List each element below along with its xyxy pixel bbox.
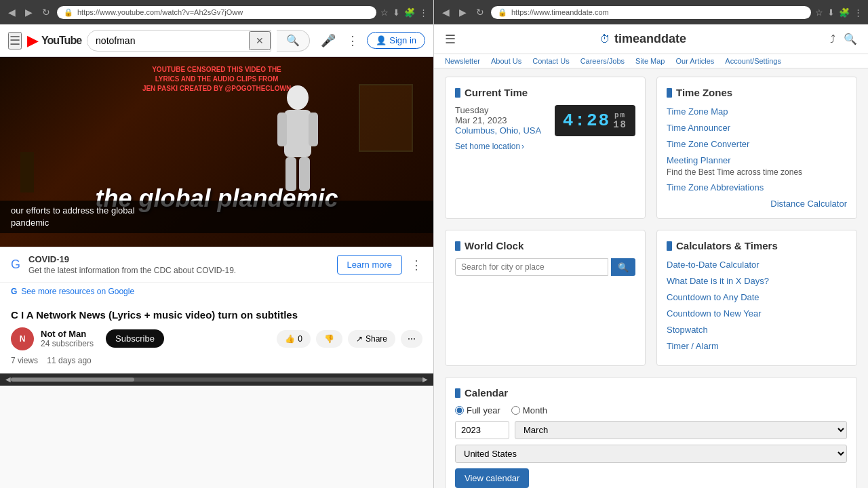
- nav-articles[interactable]: Our Articles: [675, 57, 714, 65]
- video-overlay-text: YOUTUBE CENSORED THIS VIDEO THE LYRICS A…: [142, 65, 291, 94]
- video-subtitle-line2: pandemic: [11, 217, 422, 229]
- nav-about[interactable]: About Us: [491, 57, 521, 65]
- current-time-title: Current Time: [455, 87, 635, 98]
- list-item: Date-to-Date Calculator: [667, 258, 847, 270]
- youtube-mic-button[interactable]: 🎤: [321, 33, 336, 48]
- url-right: https://www.timeanddate.com: [511, 8, 609, 16]
- forward-button-left[interactable]: ▶: [22, 5, 35, 19]
- extensions-icon-right[interactable]: 🧩: [839, 7, 850, 18]
- channel-name[interactable]: Not of Man: [41, 329, 94, 339]
- address-bar-left[interactable]: 🔒 https://www.youtube.com/watch?v=Ah2sGv…: [57, 6, 376, 19]
- stopwatch-link[interactable]: Stopwatch: [667, 325, 708, 335]
- youtube-logo-text: YouTube: [41, 35, 81, 47]
- youtube-header-right: ⋮ 👤 Sign in: [347, 32, 425, 49]
- back-button-right[interactable]: ◀: [439, 5, 452, 19]
- video-player[interactable]: YOUTUBE CENSORED THIS VIDEO THE LYRICS A…: [0, 57, 433, 247]
- search-icon-tad[interactable]: 🔍: [844, 33, 857, 45]
- dislike-button[interactable]: 👎: [316, 330, 342, 348]
- like-button[interactable]: 👍 0: [277, 330, 311, 348]
- horizontal-scrollbar-left[interactable]: [11, 378, 422, 382]
- share-icon-tad[interactable]: ⤴: [830, 33, 835, 45]
- time-zone-map-link[interactable]: Time Zone Map: [667, 106, 728, 117]
- day-name: Tuesday: [455, 105, 541, 115]
- thumbs-up-icon: 👍: [285, 334, 295, 344]
- star-icon[interactable]: ☆: [380, 7, 389, 18]
- countdown-new-year-link[interactable]: Countdown to New Year: [667, 308, 761, 319]
- list-item: Meeting Planner Find the Best Time acros…: [667, 154, 847, 177]
- refresh-button-left[interactable]: ↻: [39, 5, 53, 19]
- current-time-card: Current Time Tuesday Mar 21, 2023 Columb…: [445, 77, 646, 219]
- left-arrow-icon[interactable]: ◀: [5, 375, 11, 383]
- meeting-planner-sub: Find the Best Time across time zones: [667, 167, 847, 177]
- full-year-radio[interactable]: [455, 406, 464, 415]
- month-radio-label[interactable]: Month: [511, 405, 547, 415]
- month-radio[interactable]: [511, 406, 520, 415]
- list-item: Time Zone Map: [667, 105, 847, 117]
- google-resources-link[interactable]: See more resources on Google: [21, 287, 134, 296]
- youtube-header: ☰ ▶ YouTube ✕ 🔍 🎤 ⋮ 👤 Sign in: [0, 24, 433, 57]
- location-link[interactable]: Columbus, Ohio, USA: [455, 125, 541, 136]
- youtube-menu-button[interactable]: ☰: [8, 32, 22, 49]
- menu-icon-left[interactable]: ⋮: [419, 7, 428, 18]
- countdown-any-date-link[interactable]: Countdown to Any Date: [667, 292, 760, 302]
- learn-more-button[interactable]: Learn more: [337, 255, 402, 274]
- svg-rect-3: [309, 113, 318, 146]
- extensions-icon[interactable]: 🧩: [404, 7, 415, 18]
- subscribe-button[interactable]: Subscribe: [106, 329, 164, 348]
- nav-contact[interactable]: Contact Us: [532, 57, 569, 65]
- view-count: 7 views: [11, 356, 38, 365]
- youtube-search-button[interactable]: 🔍: [277, 30, 310, 52]
- time-zone-converter-link[interactable]: Time Zone Converter: [667, 139, 749, 149]
- tad-logo-text: timeanddate: [614, 32, 686, 46]
- channel-info: Not of Man 24 subscribers: [41, 329, 94, 348]
- calendar-card: Calendar Full year Month March: [445, 377, 857, 488]
- nav-account[interactable]: Account/Settings: [725, 57, 781, 65]
- youtube-more-options-button[interactable]: ⋮: [347, 33, 359, 48]
- time-zones-card: Time Zones Time Zone Map Time Announcer …: [656, 77, 857, 219]
- meeting-planner-link[interactable]: Meeting Planner: [667, 155, 731, 165]
- thumbs-down-icon: 👎: [324, 334, 334, 344]
- more-actions-button[interactable]: ⋯: [401, 330, 422, 348]
- time-announcer-link[interactable]: Time Announcer: [667, 123, 730, 133]
- download-icon[interactable]: ⬇: [393, 7, 400, 18]
- nav-sitemap[interactable]: Site Map: [635, 57, 665, 65]
- youtube-search-input[interactable]: [87, 33, 249, 49]
- world-clock-search-button[interactable]: 🔍: [611, 258, 635, 276]
- menu-icon-right[interactable]: ⋮: [854, 7, 863, 18]
- calendar-month-select[interactable]: March: [515, 421, 847, 439]
- share-button[interactable]: ↗ Share: [348, 330, 395, 348]
- star-icon-right[interactable]: ☆: [815, 7, 823, 18]
- video-info-section: C I A Network News (Lyrics + music video…: [0, 300, 433, 373]
- address-bar-right[interactable]: 🔒 https://www.timeanddate.com: [491, 6, 811, 19]
- calendar-country-select[interactable]: United States: [455, 445, 847, 463]
- time-info: Tuesday Mar 21, 2023 Columbus, Ohio, USA: [455, 105, 541, 136]
- date-to-date-calc-link[interactable]: Date-to-Date Calculator: [667, 260, 760, 270]
- youtube-search-clear-button[interactable]: ✕: [249, 31, 271, 50]
- right-arrow-icon[interactable]: ▶: [422, 375, 428, 383]
- covid-more-button[interactable]: ⋮: [410, 258, 422, 272]
- full-year-radio-label[interactable]: Full year: [455, 405, 500, 415]
- clock-ampm: pm 18: [613, 111, 627, 130]
- view-calendar-button[interactable]: View calendar: [455, 468, 529, 488]
- forward-button-right[interactable]: ▶: [456, 5, 469, 19]
- timer-alarm-link[interactable]: Timer / Alarm: [667, 341, 719, 351]
- set-home-location-link[interactable]: Set home location ›: [455, 142, 635, 151]
- distance-calculator-link[interactable]: Distance Calculator: [667, 199, 847, 209]
- nav-careers[interactable]: Careers/Jobs: [580, 57, 625, 65]
- back-button-left[interactable]: ◀: [5, 5, 18, 19]
- video-title: C I A Network News (Lyrics + music video…: [11, 308, 422, 322]
- what-date-link[interactable]: What Date is it in X Days?: [667, 276, 769, 286]
- channel-subscribers: 24 subscribers: [41, 339, 94, 348]
- time-zone-abbreviations-link[interactable]: Time Zone Abbreviations: [667, 182, 764, 192]
- download-icon-right[interactable]: ⬇: [827, 7, 835, 18]
- tad-menu-button[interactable]: ☰: [445, 32, 456, 47]
- youtube-signin-button[interactable]: 👤 Sign in: [367, 32, 425, 49]
- world-clock-search-input[interactable]: [455, 258, 608, 276]
- refresh-button-right[interactable]: ↻: [473, 5, 487, 19]
- list-item: Time Zone Converter: [667, 138, 847, 150]
- calculators-links: Date-to-Date Calculator What Date is it …: [667, 258, 847, 352]
- nav-newsletter[interactable]: Newsletter: [445, 57, 480, 65]
- calendar-year-input[interactable]: [455, 421, 509, 439]
- user-icon: 👤: [376, 35, 387, 45]
- list-item: Countdown to Any Date: [667, 291, 847, 303]
